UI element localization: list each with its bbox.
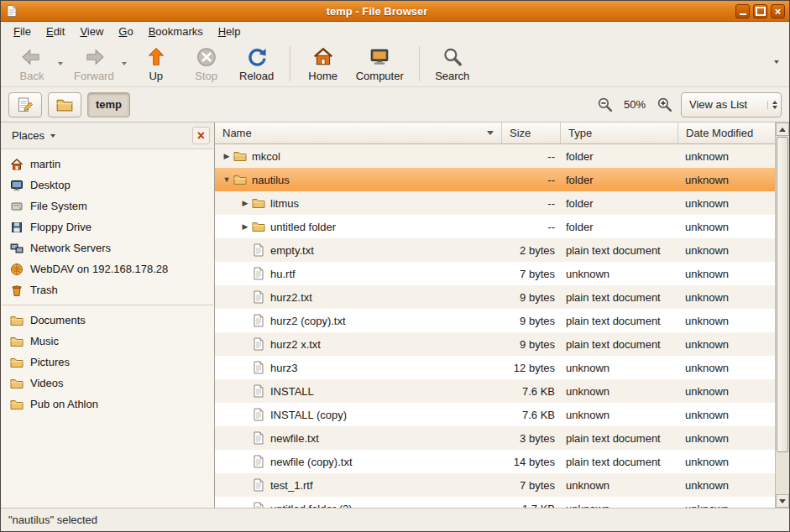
toggle-location-entry-button[interactable] [8, 92, 42, 117]
toolbar-computer-button[interactable]: Computer [349, 44, 411, 84]
toolbar-button-label: Reload [239, 70, 274, 82]
sidebar-item-file-system[interactable]: File System [1, 196, 214, 216]
maximize-button[interactable] [753, 4, 767, 18]
table-row[interactable]: ▶mkcol--folderunknown [215, 144, 775, 168]
toolbar-home-button[interactable]: Home [299, 44, 348, 84]
column-header-type[interactable]: Type [561, 123, 678, 144]
sidebar-item-videos[interactable]: Videos [1, 373, 214, 394]
expander-collapsed-icon[interactable]: ▶ [220, 152, 233, 160]
expander-collapsed-icon[interactable]: ▶ [238, 222, 252, 231]
path-root-button[interactable] [48, 92, 81, 117]
file-name-cell: newfile.txt [215, 431, 502, 445]
file-modified-cell: unknown [678, 315, 775, 327]
column-label: Size [510, 127, 531, 139]
close-button[interactable]: × [771, 4, 785, 18]
vertical-scrollbar[interactable] [775, 123, 789, 508]
table-row[interactable]: hurz2 x.txt9 bytesplain text documentunk… [215, 332, 775, 356]
sidebar-item-trash[interactable]: Trash [1, 279, 214, 300]
file-modified-cell: unknown [678, 291, 775, 304]
folder-icon [252, 196, 265, 210]
file-name-cell: INSTALL [215, 384, 502, 398]
menu-item-edit[interactable]: Edit [39, 23, 72, 40]
table-row[interactable]: untitled folder (2)1.7 KBunknownunknown [215, 497, 775, 508]
sidebar-item-label: Pub on Athlon [30, 398, 98, 410]
toolbar-reload-button[interactable]: Reload [233, 44, 281, 84]
toolbar-forward-history-arrow[interactable] [119, 44, 130, 84]
toolbar-forward-button[interactable]: Forward [67, 44, 121, 84]
window-title: temp - File Browser [23, 5, 731, 18]
sidebar-item-floppy-drive[interactable]: Floppy Drive [1, 216, 214, 237]
column-header-size[interactable]: Size [502, 123, 561, 144]
table-row[interactable]: hurz312 bytesunknownunknown [215, 356, 775, 379]
menu-item-go[interactable]: Go [111, 23, 140, 40]
table-row[interactable]: ▼nautilus--folderunknown [215, 168, 775, 191]
scrollbar-thumb[interactable] [777, 137, 788, 452]
sidebar-item-martin[interactable]: martin [1, 154, 214, 175]
toolbar-back-button[interactable]: Back [8, 44, 56, 84]
file-name-cell: newfile (copy).txt [215, 455, 502, 468]
toolbar-back-history-arrow[interactable] [55, 44, 65, 84]
file-type-cell: plain text document [561, 244, 678, 257]
sidebar-item-documents[interactable]: Documents [1, 310, 214, 331]
file-name-cell: untitled folder (2) [215, 502, 502, 508]
file-name-label: hurz2 (copy).txt [270, 315, 346, 327]
menu-item-view[interactable]: View [72, 23, 111, 40]
network-icon [10, 242, 24, 255]
table-row[interactable]: newfile (copy).txt14 bytesplain text doc… [215, 450, 775, 473]
table-row[interactable]: ▶untitled folder--folderunknown [215, 215, 775, 238]
column-header-date-modified[interactable]: Date Modified [678, 123, 775, 144]
sidebar-item-pictures[interactable]: Pictures [1, 352, 214, 373]
table-row[interactable]: hurz2.txt9 bytesplain text documentunkno… [215, 285, 775, 309]
zoom-out-button[interactable] [594, 94, 616, 116]
file-name-cell: ▶mkcol [215, 149, 502, 163]
table-row[interactable]: ▶litmus--folderunknown [215, 191, 775, 215]
file-type-cell: folder [561, 197, 678, 210]
trash-icon [10, 284, 24, 297]
toolbar-stop-button[interactable]: Stop [182, 44, 231, 84]
file-icon [252, 314, 265, 327]
table-row[interactable]: hu.rtf7 bytesunknownunknown [215, 262, 775, 285]
up-icon [145, 46, 167, 68]
toolbar-search-button[interactable]: Search [428, 44, 477, 84]
expander-expanded-icon[interactable]: ▼ [220, 175, 233, 184]
sidebar-close-button[interactable]: × [192, 127, 210, 144]
arrow-up-icon [779, 128, 786, 132]
sidebar-item-label: Pictures [30, 356, 70, 368]
sidebar-item-desktop[interactable]: Desktop [1, 175, 214, 196]
table-row[interactable]: test_1.rtf7 bytesunknownunknown [215, 473, 775, 497]
menu-item-bookmarks[interactable]: Bookmarks [141, 23, 211, 40]
file-type-cell: unknown [561, 268, 678, 280]
table-row[interactable]: hurz2 (copy).txt9 bytesplain text docume… [215, 309, 775, 332]
scroll-up-button[interactable] [776, 123, 789, 136]
zoom-in-button[interactable] [653, 94, 675, 116]
file-type-cell: folder [561, 150, 678, 163]
menu-item-file[interactable]: File [6, 23, 39, 40]
home-icon [312, 46, 334, 68]
chevron-down-icon [774, 60, 779, 64]
file-name-cell: hurz2.txt [215, 290, 502, 304]
minimize-button[interactable] [735, 4, 750, 18]
view-mode-select[interactable]: View as List [681, 92, 782, 117]
table-row[interactable]: empty.txt2 bytesplain text documentunkno… [215, 238, 775, 262]
sidebar-item-network-servers[interactable]: Network Servers [1, 237, 214, 258]
sidebar-item-webdav-on-192-168-178-28[interactable]: WebDAV on 192.168.178.28 [1, 258, 214, 279]
expander-collapsed-icon[interactable]: ▶ [238, 199, 252, 207]
table-row[interactable]: newfile.txt3 bytesplain text documentunk… [215, 426, 775, 450]
column-header-name[interactable]: Name [215, 123, 502, 144]
sidebar-item-pub-on-athlon[interactable]: Pub on Athlon [1, 394, 214, 415]
table-row[interactable]: INSTALL (copy)7.6 KBunknownunknown [215, 403, 775, 426]
search-icon [442, 46, 463, 68]
sidebar-item-label: File System [30, 200, 87, 212]
statusbar: "nautilus" selected [1, 508, 789, 531]
scroll-down-button[interactable] [776, 494, 789, 508]
path-current-folder-button[interactable]: temp [87, 92, 130, 117]
menu-item-help[interactable]: Help [211, 23, 249, 40]
titlebar[interactable]: temp - File Browser × [1, 1, 789, 22]
sidebar-item-music[interactable]: Music [1, 331, 214, 352]
folder-icon [10, 335, 24, 348]
table-row[interactable]: INSTALL7.6 KBunknownunknown [215, 379, 775, 403]
scrollbar-track[interactable] [776, 136, 789, 494]
window-icon [5, 4, 18, 18]
toolbar-up-button[interactable]: Up [132, 44, 180, 84]
places-dropdown[interactable]: Places [5, 126, 62, 145]
